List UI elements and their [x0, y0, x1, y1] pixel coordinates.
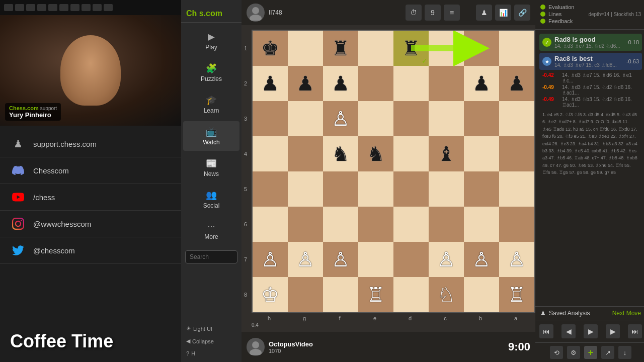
- board-cell[interactable]: [288, 136, 323, 171]
- board-cell[interactable]: [393, 171, 429, 207]
- board-cell[interactable]: [288, 207, 323, 242]
- board-cell[interactable]: [358, 31, 393, 66]
- light-ui-button[interactable]: ☀ Light UI: [181, 322, 242, 335]
- board-cell[interactable]: [429, 171, 464, 207]
- board-cell[interactable]: [323, 171, 358, 207]
- board-cell[interactable]: [358, 207, 393, 242]
- board-cell[interactable]: [253, 171, 288, 207]
- board-cell[interactable]: [288, 277, 323, 312]
- nav-item-play[interactable]: ▶ Play: [183, 26, 239, 56]
- skip-forward-button[interactable]: ⏭: [628, 324, 642, 338]
- nav-item-watch[interactable]: 📺 Watch: [183, 121, 239, 151]
- share-button[interactable]: ↗: [601, 346, 614, 359]
- board-cell[interactable]: ♙: [323, 242, 358, 277]
- board-cell[interactable]: ♙: [288, 242, 323, 277]
- board-cell[interactable]: [499, 101, 534, 136]
- board-cell[interactable]: [253, 207, 288, 242]
- board-cell[interactable]: ♙: [253, 242, 288, 277]
- board-cell[interactable]: ♟: [288, 66, 323, 101]
- board-cell[interactable]: ♟: [253, 66, 288, 101]
- chess-board[interactable]: ♚♜♜✓♟♟♟♟♟♙♞♞♝♙♙♙♙♙♙♔♖♘♖: [252, 30, 535, 313]
- board-cell[interactable]: ♞: [323, 136, 358, 171]
- board-cell[interactable]: ♞: [358, 136, 393, 171]
- flip-board-button[interactable]: ⟲: [550, 346, 563, 359]
- search-input[interactable]: [185, 250, 237, 263]
- analysis-icon-btn[interactable]: 📊: [495, 5, 511, 21]
- board-cell[interactable]: [393, 66, 429, 101]
- board-cell[interactable]: [393, 277, 429, 312]
- download-button[interactable]: ↓: [618, 346, 631, 359]
- board-cell[interactable]: ♘: [429, 277, 464, 312]
- board-cell[interactable]: ♟: [464, 66, 499, 101]
- board-cell[interactable]: [464, 31, 499, 66]
- board-cell[interactable]: [358, 66, 393, 101]
- board-cell[interactable]: ♚: [253, 31, 288, 66]
- next-move-button[interactable]: ▶: [606, 324, 620, 338]
- board-cell[interactable]: [323, 207, 358, 242]
- board-cell[interactable]: [464, 207, 499, 242]
- nav-item-puzzles[interactable]: 🧩 Puzzles: [183, 58, 239, 87]
- board-cell[interactable]: ♙: [429, 242, 464, 277]
- board-cell[interactable]: ♝: [429, 136, 464, 171]
- board-cell[interactable]: [499, 136, 534, 171]
- nav-item-news[interactable]: 📰 News: [183, 153, 239, 183]
- board-cell[interactable]: [253, 136, 288, 171]
- board-cell[interactable]: ♙: [464, 242, 499, 277]
- board-cell[interactable]: ♟: [323, 66, 358, 101]
- board-cell[interactable]: [464, 171, 499, 207]
- board-cell[interactable]: ♜: [323, 31, 358, 66]
- best-move-rac8[interactable]: ★ Rac8 is best 14. ♗d3 ♗e7 15. c3 ♗fd8..…: [539, 53, 642, 70]
- board-cell[interactable]: [393, 136, 429, 171]
- board-cell[interactable]: [464, 277, 499, 312]
- feedback-toggle[interactable]: [540, 19, 545, 24]
- board-cell[interactable]: [323, 277, 358, 312]
- next-move-label[interactable]: Next Move: [612, 310, 641, 317]
- board-cell[interactable]: [499, 171, 534, 207]
- social-item-discord[interactable]: Chesscom: [0, 157, 181, 184]
- board-cell[interactable]: [393, 101, 429, 136]
- board-cell[interactable]: ♙: [499, 242, 534, 277]
- board-cell[interactable]: [358, 171, 393, 207]
- board-cell[interactable]: ♟: [499, 66, 534, 101]
- board-cell[interactable]: [429, 207, 464, 242]
- settings-icon-btn[interactable]: 9: [425, 5, 441, 21]
- master-icon-btn[interactable]: ♟: [476, 5, 492, 21]
- social-item-youtube[interactable]: /chess: [0, 184, 181, 211]
- board-cell[interactable]: ♖: [358, 277, 393, 312]
- social-item-instagram[interactable]: @wwwchesscom: [0, 211, 181, 237]
- extra-icon-btn[interactable]: ≡: [444, 5, 460, 21]
- prev-move-button[interactable]: ◀: [561, 324, 576, 338]
- clock-icon-btn[interactable]: ⏱: [406, 5, 422, 21]
- nav-item-social[interactable]: 👥 Social: [183, 185, 239, 214]
- board-cell[interactable]: ♖: [499, 277, 534, 312]
- social-item-twitter[interactable]: @chesscom: [0, 237, 181, 264]
- board-cell[interactable]: [464, 136, 499, 171]
- board-cell[interactable]: [499, 31, 534, 66]
- social-item-web[interactable]: ♟ support.chess.com: [0, 131, 181, 157]
- board-cell[interactable]: [393, 242, 429, 277]
- board-cell[interactable]: ♔: [253, 277, 288, 312]
- settings-button[interactable]: ⚙: [567, 346, 580, 359]
- board-cell[interactable]: [288, 31, 323, 66]
- board-cell[interactable]: [429, 101, 464, 136]
- nav-item-more[interactable]: ··· More: [183, 216, 239, 245]
- evaluation-toggle[interactable]: [540, 5, 545, 10]
- board-cell[interactable]: ♙: [323, 101, 358, 136]
- board-cell[interactable]: [499, 207, 534, 242]
- collapse-button[interactable]: ◀ Collapse: [181, 335, 242, 347]
- skip-back-button[interactable]: ⏮: [539, 324, 553, 338]
- share-icon-btn[interactable]: 🔗: [514, 5, 530, 21]
- board-cell[interactable]: ♜✓: [393, 31, 429, 66]
- board-cell[interactable]: [288, 101, 323, 136]
- nav-item-learn[interactable]: 🎓 Learn: [183, 89, 239, 119]
- help-button[interactable]: ? H: [181, 347, 242, 359]
- board-cell[interactable]: [429, 31, 464, 66]
- board-cell[interactable]: [464, 101, 499, 136]
- board-cell[interactable]: [429, 66, 464, 101]
- board-cell[interactable]: [288, 171, 323, 207]
- board-cell[interactable]: [393, 207, 429, 242]
- add-analysis-button[interactable]: +: [584, 346, 597, 359]
- lines-toggle[interactable]: [540, 12, 545, 17]
- best-move-rad8[interactable]: ✓ Rad8 is good 14. ♗d3 ♗e7 15. ♘d2 ♘d6..…: [539, 34, 642, 51]
- board-cell[interactable]: [358, 242, 393, 277]
